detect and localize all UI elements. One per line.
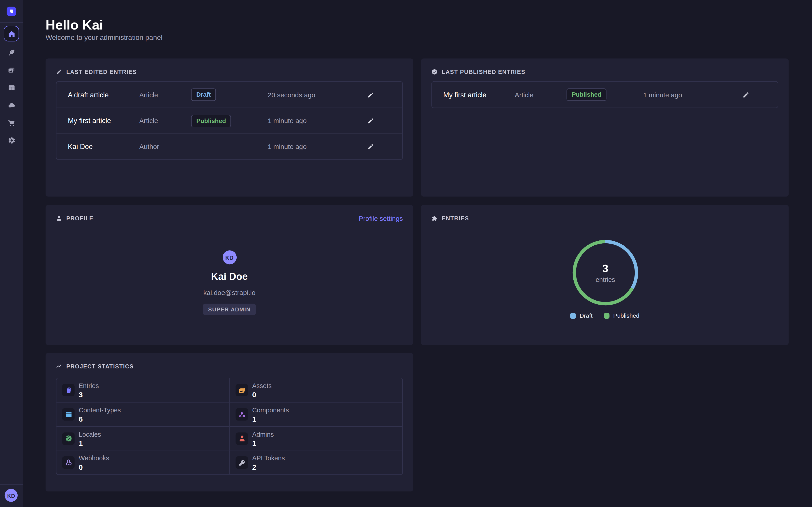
status-badge: Draft: [191, 89, 216, 101]
entry-time: 20 seconds ago: [268, 91, 363, 99]
pencil-icon: [367, 143, 374, 150]
sidebar-divider: [0, 22, 23, 23]
locales-globe-icon: [62, 433, 75, 445]
stat-label: Admins: [252, 431, 274, 438]
profile-email: kai.doe@strapi.io: [203, 289, 256, 296]
entries-chart-card: ENTRIES 3 entries Draft Published: [421, 205, 789, 345]
table-row[interactable]: A draft article Article Draft 20 seconds…: [56, 82, 402, 108]
sidebar-item-settings[interactable]: [5, 134, 17, 147]
entry-name: A draft article: [68, 91, 139, 99]
strapi-logo-icon: [8, 8, 15, 15]
sidebar-item-content-manager[interactable]: [5, 46, 17, 58]
layout-icon: [7, 83, 15, 91]
api-tokens-key-icon: [236, 456, 248, 469]
entry-time: 1 minute ago: [268, 117, 363, 125]
check-circle-icon: [431, 69, 438, 75]
pencil-icon: [367, 91, 374, 98]
profile-card: PROFILE Profile settings KD Kai Doe kai.…: [46, 205, 413, 345]
puzzle-icon: [431, 215, 438, 222]
stat-label: Components: [252, 407, 289, 414]
pencil-icon: [56, 69, 62, 75]
edit-entry-button[interactable]: [363, 88, 377, 102]
table-row[interactable]: My first article Article Published 1 min…: [432, 82, 778, 108]
entry-type: Author: [139, 143, 191, 151]
profile-name: Kai Doe: [211, 271, 248, 283]
stat-components: Components 1: [230, 402, 402, 426]
project-statistics-table: Entries 3 Assets 0: [56, 378, 403, 475]
home-icon: [7, 30, 15, 38]
sidebar-item-media-library[interactable]: [5, 64, 17, 76]
last-edited-table: A draft article Article Draft 20 seconds…: [56, 81, 403, 160]
trend-up-icon: [56, 363, 62, 370]
admins-person-icon: [236, 433, 248, 445]
cloud-icon: [7, 101, 15, 109]
components-puzzle-icon: [236, 408, 248, 421]
stat-value: 1: [79, 439, 83, 448]
edit-entry-button[interactable]: [363, 114, 377, 128]
project-statistics-card: PROJECT STATISTICS Entries 3: [46, 353, 413, 492]
media-pictures-icon: [7, 66, 15, 74]
legend-label: Draft: [580, 313, 593, 319]
edit-entry-button[interactable]: [739, 88, 753, 102]
profile-body: KD Kai Doe kai.doe@strapi.io SUPER ADMIN: [46, 250, 413, 315]
sidebar-user-avatar[interactable]: KD: [5, 489, 17, 502]
entry-type: Article: [515, 91, 567, 99]
status-badge: Published: [191, 115, 231, 127]
stat-value: 2: [252, 463, 256, 471]
cart-icon: [7, 119, 15, 126]
sidebar-item-marketplace[interactable]: [5, 116, 17, 129]
last-published-entries-header: LAST PUBLISHED ENTRIES: [431, 69, 525, 75]
legend-item-draft: Draft: [570, 313, 593, 319]
entry-name: My first article: [68, 117, 139, 125]
table-row[interactable]: My first article Article Published 1 min…: [56, 108, 402, 133]
chart-legend: Draft Published: [421, 313, 789, 319]
status-badge: Published: [567, 89, 607, 101]
legend-item-published: Published: [604, 313, 639, 319]
sidebar-bottom-divider: [0, 484, 23, 485]
stat-value: 1: [252, 439, 256, 448]
role-badge: SUPER ADMIN: [203, 304, 256, 315]
stat-label: Assets: [252, 382, 271, 390]
table-row[interactable]: Kai Doe Author - 1 minute ago: [56, 133, 402, 159]
card-title: PROFILE: [66, 215, 94, 222]
assets-pictures-icon: [236, 384, 248, 396]
edit-entry-button[interactable]: [363, 139, 377, 154]
profile-avatar: KD: [222, 250, 236, 264]
entry-type: Article: [139, 117, 191, 125]
stat-value: 3: [79, 391, 83, 399]
entries-total: 3: [602, 262, 608, 274]
stat-value: 0: [252, 391, 256, 399]
stat-label: Webhooks: [79, 455, 109, 462]
stat-value: 6: [79, 415, 83, 424]
strapi-admin-dashboard: KD Hello Kai Welcome to your administrat…: [0, 0, 812, 507]
person-icon: [56, 215, 62, 222]
entry-name: My first article: [443, 91, 515, 99]
pencil-icon: [367, 117, 374, 124]
legend-swatch-draft: [570, 313, 576, 319]
sidebar-item-deploy[interactable]: [5, 99, 17, 111]
profile-header: PROFILE: [56, 215, 94, 222]
donut-center-label: 3 entries: [569, 236, 642, 309]
page-title: Hello Kai: [46, 17, 103, 33]
last-published-entries-card: LAST PUBLISHED ENTRIES My first article …: [421, 58, 789, 196]
sidebar-item-content-type-builder[interactable]: [5, 81, 17, 94]
profile-settings-link[interactable]: Profile settings: [359, 215, 403, 222]
stat-label: Content-Types: [79, 407, 121, 414]
sidebar-item-home[interactable]: [4, 26, 19, 42]
stat-webhooks: Webhooks 0: [56, 450, 230, 474]
legend-label: Published: [613, 313, 640, 319]
project-statistics-header: PROJECT STATISTICS: [56, 363, 134, 370]
entries-caption: entries: [596, 276, 615, 283]
sidebar: KD: [0, 0, 23, 507]
last-edited-entries-header: LAST EDITED ENTRIES: [56, 69, 137, 75]
stat-label: Entries: [79, 382, 99, 390]
stat-label: Locales: [79, 431, 101, 438]
card-title: LAST EDITED ENTRIES: [66, 69, 137, 75]
feather-icon: [7, 48, 15, 56]
strapi-logo[interactable]: [7, 7, 16, 16]
card-title: ENTRIES: [442, 215, 469, 222]
entries-donut-chart: 3 entries: [569, 236, 642, 309]
entries-files-icon: [62, 384, 75, 396]
last-edited-entries-card: LAST EDITED ENTRIES A draft article Arti…: [46, 58, 413, 196]
entry-name: Kai Doe: [68, 143, 139, 151]
